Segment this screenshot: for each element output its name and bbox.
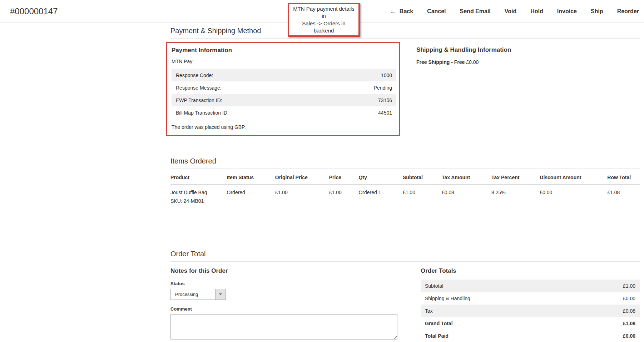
- total-value: £1.00: [623, 283, 635, 289]
- payment-row-label: Bill Map Transaction ID:: [176, 110, 229, 116]
- cell-original-price: £1.00: [275, 185, 329, 206]
- chevron-down-icon: [219, 293, 222, 295]
- cell-tax-amount: £0.08: [442, 185, 491, 206]
- col-qty: Qty: [358, 169, 402, 185]
- shipping-method: Free Shipping - Free: [416, 59, 465, 65]
- currency-note: The order was placed using GBP.: [172, 124, 396, 130]
- total-row-subtotal: Subtotal £1.00: [421, 280, 640, 292]
- comment-textarea[interactable]: [170, 314, 397, 340]
- payment-row-label: EWP Transaction ID:: [176, 97, 222, 103]
- items-ordered-section-title: Items Ordered: [170, 153, 640, 169]
- total-value: £1.08: [623, 321, 635, 326]
- total-label: Shipping & Handling: [425, 296, 470, 301]
- col-tax-percent: Tax Percent: [491, 169, 540, 185]
- total-value: £0.00: [623, 333, 635, 339]
- total-label: Tax: [425, 308, 433, 314]
- payment-row-value: 1000: [381, 72, 392, 78]
- total-label: Total Paid: [425, 333, 449, 339]
- total-value: £0.00: [623, 296, 635, 301]
- total-row-tax: Tax £0.08: [421, 305, 640, 317]
- payment-information-box: Payment Information MTN Pay Response Cod…: [166, 42, 400, 136]
- col-original-price: Original Price: [275, 169, 329, 185]
- status-label: Status: [170, 281, 405, 286]
- status-select-arrow-button[interactable]: [215, 289, 226, 300]
- shipping-amount: £0.00: [466, 59, 479, 65]
- total-label: Subtotal: [425, 283, 443, 289]
- cancel-button[interactable]: Cancel: [427, 8, 446, 15]
- total-row-total-paid: Total Paid £0.00: [421, 330, 640, 342]
- cell-subtotal: £1.00: [403, 185, 442, 206]
- notes-title: Notes for this Order: [170, 267, 405, 275]
- cell-tax-percent: 8.25%: [491, 185, 540, 206]
- cell-row-total: £1.08: [607, 185, 640, 206]
- payment-info-row: EWP Transaction ID: 73156: [172, 94, 396, 106]
- back-arrow-icon: ←: [390, 7, 396, 15]
- payment-row-label: Response Message:: [176, 85, 222, 91]
- payment-info-row: Bill Map Transaction ID: 44501: [172, 106, 396, 119]
- page-title: #000000147: [10, 6, 58, 16]
- annotation-line-2: Sales -> Orders in backend: [291, 20, 356, 35]
- shipping-method-line: Free Shipping - Free £0.00: [416, 59, 640, 65]
- cell-price: £1.00: [329, 185, 359, 206]
- payment-info-row: Response Code: 1000: [172, 69, 396, 81]
- hold-button[interactable]: Hold: [530, 8, 543, 15]
- col-row-total: Row Total: [607, 169, 640, 185]
- reorder-button[interactable]: Reorder: [617, 8, 639, 15]
- order-totals-title: Order Totals: [421, 267, 640, 275]
- annotation-line-1: MTN Pay payment details in: [291, 5, 356, 20]
- payment-shipping-section-title: Payment & Shipping Method: [170, 23, 640, 39]
- page-header: #000000147 MTN Pay payment details in Sa…: [0, 0, 644, 23]
- col-discount-amount: Discount Amount: [540, 169, 607, 185]
- order-totals-panel: Order Totals Subtotal £1.00 Shipping & H…: [421, 267, 640, 342]
- status-select[interactable]: Processing: [170, 289, 226, 300]
- annotation-callout: MTN Pay payment details in Sales -> Orde…: [288, 3, 360, 37]
- payment-row-value: 73156: [378, 97, 392, 103]
- total-label: Grand Total: [425, 321, 453, 326]
- order-notes-panel: Notes for this Order Status Processing C…: [170, 267, 405, 342]
- items-ordered-table: Product Item Status Original Price Price…: [170, 169, 640, 206]
- total-value: £0.08: [623, 308, 635, 314]
- comment-label: Comment: [170, 306, 405, 312]
- col-tax-amount: Tax Amount: [442, 169, 491, 185]
- col-item-status: Item Status: [227, 169, 275, 185]
- col-subtotal: Subtotal: [403, 169, 442, 185]
- cell-discount-amount: £0.00: [540, 185, 607, 206]
- ship-button[interactable]: Ship: [591, 8, 603, 15]
- send-email-button[interactable]: Send Email: [460, 8, 491, 15]
- cell-item-status: Ordered: [227, 185, 275, 206]
- payment-row-value: 44501: [378, 110, 392, 116]
- back-button[interactable]: ← Back: [390, 7, 413, 15]
- payment-row-value: Pending: [374, 85, 392, 91]
- status-select-value: Processing: [171, 289, 215, 300]
- shipping-information-box: Shipping & Handling Information Free Shi…: [416, 42, 640, 136]
- payment-info-row: Response Message: Pending: [172, 81, 396, 94]
- cell-product: Joust Duffle Bag SKU: 24-MB01: [170, 185, 227, 206]
- shipping-information-title: Shipping & Handling Information: [416, 46, 640, 54]
- void-button[interactable]: Void: [505, 8, 516, 15]
- invoice-button[interactable]: Invoice: [557, 8, 577, 15]
- total-row-shipping: Shipping & Handling £0.00: [421, 292, 640, 305]
- items-table-header-row: Product Item Status Original Price Price…: [170, 169, 640, 185]
- payment-information-title: Payment Information: [172, 47, 396, 54]
- payment-row-label: Response Code:: [176, 72, 213, 78]
- payment-method: MTN Pay: [172, 59, 396, 64]
- order-total-section-title: Order Total: [170, 246, 640, 262]
- total-row-grand-total: Grand Total £1.08: [421, 317, 640, 330]
- col-price: Price: [329, 169, 359, 185]
- payment-info-rows: Response Code: 1000 Response Message: Pe…: [172, 69, 396, 119]
- col-product: Product: [170, 169, 227, 185]
- back-button-label: Back: [400, 8, 413, 15]
- cell-qty: Ordered 1: [358, 185, 402, 206]
- product-sku: SKU: 24-MB01: [170, 198, 226, 204]
- table-row: Joust Duffle Bag SKU: 24-MB01 Ordered £1…: [170, 185, 640, 206]
- product-name: Joust Duffle Bag: [170, 190, 226, 195]
- order-totals-rows: Subtotal £1.00 Shipping & Handling £0.00…: [421, 280, 640, 342]
- header-actions: ← Back Cancel Send Email Void Hold Invoi…: [390, 7, 639, 15]
